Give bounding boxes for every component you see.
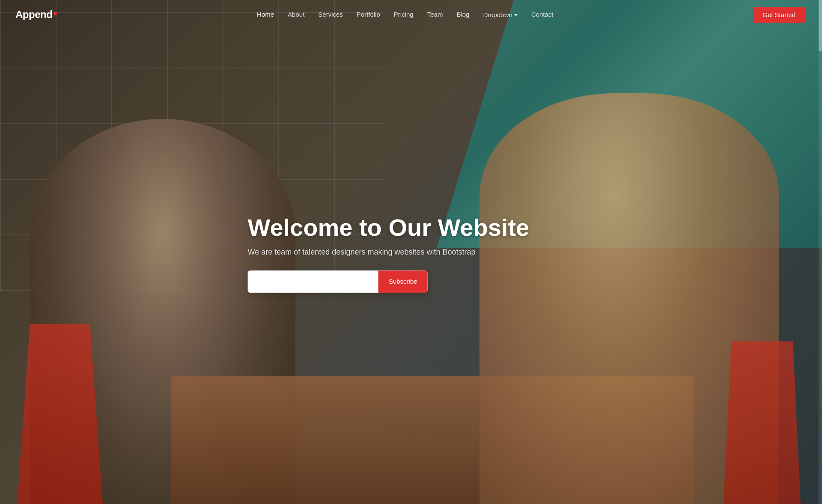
nav-item-contact[interactable]: Contact [531, 11, 554, 18]
hero-subtitle: We are team of talented designers making… [248, 248, 530, 257]
nav-item-services[interactable]: Services [318, 11, 343, 18]
navbar: Append Home About Services Portfolio Pri… [0, 0, 822, 29]
get-started-button[interactable]: Get Started [753, 7, 805, 23]
nav-link-dropdown[interactable]: Dropdown [483, 11, 517, 18]
hero-content: Welcome to Our Website We are team of ta… [248, 214, 530, 293]
hero-title: Welcome to Our Website [248, 214, 530, 241]
nav-link-about[interactable]: About [288, 11, 304, 18]
brand-dot [54, 12, 57, 15]
nav-link-home[interactable]: Home [257, 11, 274, 18]
scrollbar[interactable] [819, 0, 822, 504]
chevron-down-icon [514, 14, 518, 16]
subscribe-form: Subscribe [248, 270, 428, 293]
scrollbar-thumb[interactable] [819, 0, 822, 51]
nav-link-contact[interactable]: Contact [531, 11, 554, 18]
subscribe-input[interactable] [248, 270, 378, 293]
brand-name: Append [15, 9, 52, 21]
nav-link-services[interactable]: Services [318, 11, 343, 18]
hero-section: Append Home About Services Portfolio Pri… [0, 0, 822, 504]
nav-item-team[interactable]: Team [427, 11, 443, 18]
nav-links: Home About Services Portfolio Pricing Te… [257, 11, 553, 18]
nav-item-pricing[interactable]: Pricing [394, 11, 414, 18]
nav-link-blog[interactable]: Blog [456, 11, 469, 18]
subscribe-button[interactable]: Subscribe [378, 270, 428, 293]
chair-right [724, 341, 801, 504]
nav-item-home[interactable]: Home [257, 11, 274, 18]
nav-link-team[interactable]: Team [427, 11, 443, 18]
brand-logo[interactable]: Append [15, 9, 57, 21]
nav-link-portfolio[interactable]: Portfolio [357, 11, 380, 18]
nav-item-about[interactable]: About [288, 11, 304, 18]
nav-item-blog[interactable]: Blog [456, 11, 469, 18]
nav-item-portfolio[interactable]: Portfolio [357, 11, 380, 18]
nav-link-pricing[interactable]: Pricing [394, 11, 414, 18]
nav-item-dropdown[interactable]: Dropdown [483, 11, 517, 18]
chair-left [17, 324, 103, 504]
